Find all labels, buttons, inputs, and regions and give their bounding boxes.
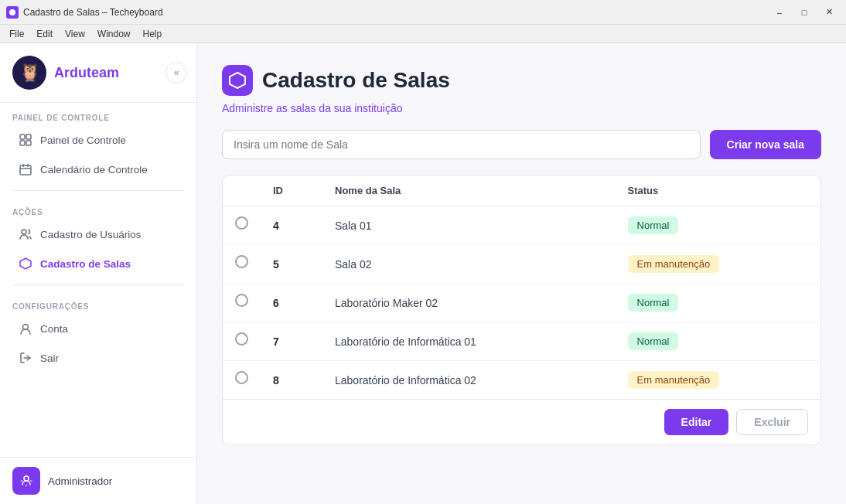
status-badge: Normal (628, 294, 679, 312)
row-radio[interactable] (235, 294, 248, 307)
section-label-acoes: AÇÕES (0, 197, 196, 220)
menu-edit[interactable]: Edit (30, 27, 59, 41)
table-row: 4Sala 01Normal (223, 206, 820, 245)
sidebar-item-calendario[interactable]: Calendário de Controle (6, 155, 190, 183)
menu-file[interactable]: File (3, 27, 30, 41)
row-radio[interactable] (235, 216, 248, 230)
svg-rect-2 (26, 135, 31, 139)
salas-icon (19, 257, 32, 271)
section-label-painel: PAINEL DE CONTROLE (0, 103, 196, 125)
maximize-button[interactable]: □ (793, 5, 815, 20)
svg-rect-3 (20, 141, 25, 145)
app-icon (6, 6, 19, 19)
col-name: Nome da Sala (322, 175, 616, 206)
collapse-button[interactable]: « (165, 62, 187, 83)
row-name: Laboratório de Informática 01 (322, 322, 616, 361)
delete-button[interactable]: Excluir (736, 409, 808, 435)
status-badge: Normal (628, 216, 679, 234)
row-radio[interactable] (235, 255, 248, 268)
avatar (12, 467, 40, 495)
table-row: 5Sala 02Em manutenção (223, 245, 820, 284)
logo-icon: 🦉 (19, 63, 40, 83)
divider-1 (12, 190, 184, 191)
row-name: Sala 01 (322, 206, 616, 245)
row-id: 6 (261, 284, 322, 322)
title-bar-text: Cadastro de Salas – Techeyboard (23, 7, 769, 18)
row-status: Normal (616, 322, 820, 361)
status-badge: Em manutenção (628, 371, 720, 389)
close-button[interactable]: ✕ (818, 5, 840, 20)
svg-rect-5 (20, 165, 31, 175)
minimize-button[interactable]: – (769, 5, 790, 20)
radio-cell (223, 322, 261, 356)
user-name: Administrador (48, 475, 112, 487)
table-row: 7Laboratório de Informática 01Normal (223, 322, 820, 361)
svg-point-0 (9, 9, 15, 15)
divider-2 (12, 284, 184, 285)
menu-help[interactable]: Help (137, 27, 169, 41)
sair-icon (19, 351, 32, 365)
col-status: Status (616, 175, 820, 206)
row-id: 4 (261, 206, 322, 245)
page-header: Cadastro de Salas (222, 65, 821, 96)
row-id: 5 (261, 245, 322, 284)
calendario-icon (19, 162, 32, 176)
page-subtitle: Administre as salas da sua instituição (222, 102, 821, 114)
sidebar-item-conta-label: Conta (40, 323, 68, 335)
radio-cell (223, 284, 261, 317)
status-badge: Normal (628, 332, 679, 350)
edit-button[interactable]: Editar (664, 409, 729, 435)
menu-view[interactable]: View (59, 27, 91, 41)
sidebar-item-painel[interactable]: Painel de Controle (6, 126, 190, 154)
main-content: Cadastro de Salas Administre as salas da… (197, 43, 846, 504)
sidebar: 🦉 Arduteam « PAINEL DE CONTROLE Painel d… (0, 43, 197, 504)
sidebar-footer: Administrador (0, 457, 196, 504)
sidebar-item-salas[interactable]: Cadastro de Salas (6, 250, 190, 278)
svg-rect-4 (26, 141, 31, 145)
svg-marker-10 (20, 258, 31, 269)
svg-marker-14 (230, 73, 245, 88)
row-id: 8 (261, 361, 322, 400)
col-id: ID (261, 175, 322, 206)
row-status: Em manutenção (616, 245, 820, 284)
rooms-table-container: ID Nome da Sala Status 4Sala 01Normal5Sa… (222, 175, 821, 445)
row-radio[interactable] (235, 371, 248, 384)
rooms-table: ID Nome da Sala Status 4Sala 01Normal5Sa… (223, 175, 820, 399)
row-id: 7 (261, 322, 322, 361)
row-name: Laboratório Maker 02 (322, 284, 616, 322)
sidebar-item-salas-label: Cadastro de Salas (40, 258, 131, 270)
search-input[interactable] (222, 130, 701, 159)
row-status: Em manutenção (616, 361, 820, 400)
table-row: 6Laboratório Maker 02Normal (223, 284, 820, 322)
svg-point-9 (22, 230, 26, 234)
sidebar-item-sair-label: Sair (40, 352, 59, 364)
sidebar-item-calendario-label: Calendário de Controle (40, 164, 148, 175)
sidebar-item-usuarios-label: Cadastro de Usuários (40, 229, 142, 240)
conta-icon (19, 322, 32, 335)
title-bar: Cadastro de Salas – Techeyboard – □ ✕ (0, 0, 846, 25)
row-name: Laboratório de Informática 02 (322, 361, 616, 400)
search-row: Criar nova sala (222, 130, 821, 159)
sidebar-header: 🦉 Arduteam « (0, 43, 196, 103)
usuarios-icon (19, 227, 32, 241)
col-select (223, 175, 261, 206)
row-radio[interactable] (235, 332, 248, 346)
menu-window[interactable]: Window (91, 27, 137, 41)
sidebar-logo: 🦉 (12, 56, 46, 90)
table-header-row: ID Nome da Sala Status (223, 175, 820, 206)
row-status: Normal (616, 284, 820, 322)
status-badge: Em manutenção (628, 255, 720, 273)
sidebar-item-usuarios[interactable]: Cadastro de Usuários (6, 220, 190, 248)
svg-rect-1 (20, 135, 25, 139)
menu-bar: File Edit View Window Help (0, 25, 846, 43)
radio-cell (223, 361, 261, 394)
table-row: 8Laboratório de Informática 02Em manuten… (223, 361, 820, 400)
radio-cell (223, 245, 261, 278)
sidebar-item-sair[interactable]: Sair (6, 344, 190, 372)
sidebar-item-painel-label: Painel de Controle (40, 135, 126, 146)
painel-icon (19, 133, 32, 147)
sidebar-brand: Arduteam (54, 65, 119, 81)
page-icon (222, 65, 253, 96)
create-button[interactable]: Criar nova sala (710, 130, 821, 159)
sidebar-item-conta[interactable]: Conta (6, 315, 190, 342)
